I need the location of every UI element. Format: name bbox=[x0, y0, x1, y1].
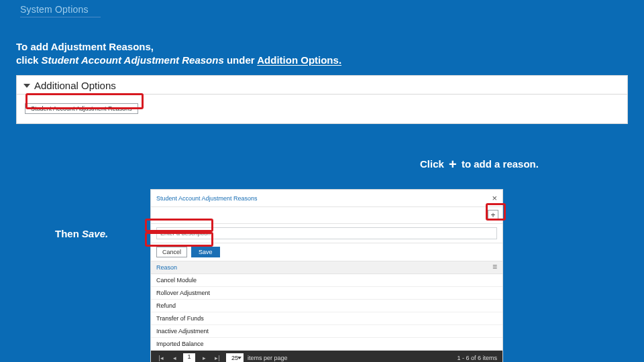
add-reason-button[interactable]: + bbox=[488, 210, 498, 221]
reason-description-input[interactable] bbox=[156, 227, 497, 239]
close-icon[interactable]: × bbox=[492, 193, 497, 203]
page-title: System Options bbox=[20, 4, 89, 15]
table-row[interactable]: Transfer of Funds bbox=[151, 312, 502, 325]
panel-body: Student Account Adjustment Reasons bbox=[17, 95, 627, 123]
pager-last-icon[interactable]: ▸| bbox=[213, 353, 222, 362]
instruction-line-2: click Student Account Adjustment Reasons… bbox=[16, 54, 341, 67]
save-button[interactable]: Save bbox=[191, 247, 220, 257]
pager-first-icon[interactable]: |◂ bbox=[156, 353, 166, 362]
panel-header-label: Additional Options bbox=[34, 80, 116, 91]
additional-options-panel: Additional Options Student Account Adjus… bbox=[16, 75, 628, 124]
table-row[interactable]: Imported Balance bbox=[151, 338, 502, 351]
adjustment-reasons-dialog: Student Account Adjustment Reasons × + C… bbox=[150, 189, 503, 362]
dialog-actions: Cancel Save bbox=[151, 243, 502, 261]
column-header-reason: Reason bbox=[156, 264, 177, 271]
pager-prev-icon[interactable]: ◂ bbox=[170, 353, 179, 362]
pager-page-input[interactable]: 1 bbox=[183, 353, 195, 362]
table-row[interactable]: Inactive Adjustment bbox=[151, 325, 502, 338]
dialog-add-row: + bbox=[151, 207, 502, 224]
save-caption: Then Save. bbox=[55, 228, 108, 239]
pager-page-size-label: items per page bbox=[248, 355, 288, 361]
table-row[interactable]: Refund bbox=[151, 300, 502, 312]
pager-controls: |◂ ◂ 1 ▸ ▸| 25 items per page bbox=[156, 353, 288, 362]
student-account-adjustment-reasons-button[interactable]: Student Account Adjustment Reasons bbox=[25, 103, 138, 114]
pager-next-icon[interactable]: ▸ bbox=[199, 353, 209, 362]
plus-icon: + bbox=[447, 157, 459, 172]
cancel-button[interactable]: Cancel bbox=[156, 247, 187, 257]
chevron-down-icon bbox=[23, 84, 30, 88]
instruction-text: To add Adjustment Reasons, click Student… bbox=[16, 40, 341, 68]
table-row[interactable]: Rollover Adjustment bbox=[151, 287, 502, 300]
pager: |◂ ◂ 1 ▸ ▸| 25 items per page 1 - 6 of 6… bbox=[151, 351, 502, 362]
add-reason-caption: Click + to add a reason. bbox=[420, 157, 539, 172]
dialog-input-row bbox=[151, 224, 502, 243]
pager-summary: 1 - 6 of 6 items bbox=[457, 355, 497, 361]
dialog-title-bar: Student Account Adjustment Reasons × bbox=[151, 190, 502, 207]
table-row[interactable]: Cancel Module bbox=[151, 274, 502, 287]
dialog-title: Student Account Adjustment Reasons bbox=[156, 195, 258, 202]
panel-header[interactable]: Additional Options bbox=[17, 76, 627, 95]
title-underline bbox=[20, 17, 101, 17]
table-header: Reason ≡ bbox=[151, 261, 502, 274]
pager-page-size-select[interactable]: 25 bbox=[226, 353, 244, 362]
menu-icon[interactable]: ≡ bbox=[492, 264, 497, 271]
instruction-line-1: To add Adjustment Reasons, bbox=[16, 40, 341, 54]
